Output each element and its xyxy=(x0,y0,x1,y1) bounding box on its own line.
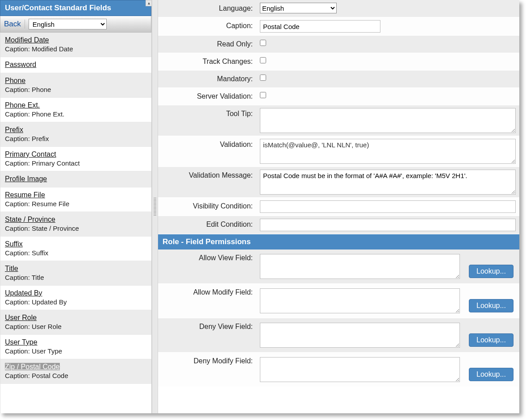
field-name: Suffix xyxy=(5,240,23,248)
edit-label: Edit Condition: xyxy=(158,216,256,234)
field-caption: Caption: User Type xyxy=(5,347,147,355)
field-item[interactable]: SuffixCaption: Suffix xyxy=(0,237,151,261)
field-name: Resume File xyxy=(5,191,45,199)
track-checkbox[interactable] xyxy=(260,57,266,63)
tooltip-label: Tool Tip: xyxy=(158,105,256,136)
field-caption: Caption: Updated By xyxy=(5,298,147,306)
field-name: Updated By xyxy=(5,289,42,297)
field-item[interactable]: Password xyxy=(0,57,151,73)
field-caption: Caption: Title xyxy=(5,274,147,281)
allow-view-lookup-button[interactable]: Lookup... xyxy=(469,265,513,278)
validation-msg-textarea[interactable] xyxy=(260,170,516,195)
field-item[interactable]: PrefixCaption: Prefix xyxy=(0,122,151,147)
field-item[interactable]: Resume FileCaption: Resume File xyxy=(0,187,151,212)
field-name: Prefix xyxy=(5,126,23,133)
main-panel: Language: English Caption: Read Only: Tr… xyxy=(158,0,519,413)
field-caption: Caption: Resume File xyxy=(5,200,147,208)
field-name: Phone xyxy=(5,77,25,84)
field-item[interactable]: Primary ContactCaption: Primary Contact xyxy=(0,147,151,171)
sidebar-title: User/Contact Standard Fields xyxy=(0,0,151,16)
allow-modify-lookup-button[interactable]: Lookup... xyxy=(469,299,513,312)
field-name: Modified Date xyxy=(5,36,49,44)
deny-modify-label: Deny Modify Field: xyxy=(158,353,256,387)
allow-modify-textarea[interactable] xyxy=(260,288,460,313)
language-label: Language: xyxy=(158,0,256,17)
server-label: Server Validation: xyxy=(158,88,256,105)
deny-view-label: Deny View Field: xyxy=(158,318,256,352)
field-name: State / Province xyxy=(5,216,55,223)
field-caption: Caption: Phone xyxy=(5,86,147,93)
field-caption: Caption: Phone Ext. xyxy=(5,110,147,118)
sidebar-language-select[interactable]: English xyxy=(29,19,107,29)
field-name: Primary Contact xyxy=(5,150,56,158)
field-caption: Caption: State / Province xyxy=(5,225,147,232)
language-select[interactable]: English xyxy=(260,3,337,13)
back-button[interactable]: Back xyxy=(4,20,25,29)
field-name: Phone Ext. xyxy=(5,101,40,109)
splitter[interactable] xyxy=(152,0,158,413)
splitter-handle-icon xyxy=(154,198,156,216)
field-name: Title xyxy=(5,265,18,272)
mandatory-label: Mandatory: xyxy=(158,71,256,87)
allow-view-textarea[interactable] xyxy=(260,254,460,279)
mandatory-checkbox[interactable] xyxy=(260,75,266,81)
field-item[interactable]: User RoleCaption: User Role xyxy=(0,310,151,335)
field-caption: Caption: User Role xyxy=(5,323,147,330)
scroll-up-icon[interactable]: ▴ xyxy=(146,0,152,6)
deny-view-textarea[interactable] xyxy=(260,323,460,348)
caption-input[interactable] xyxy=(260,20,380,33)
field-name: User Type xyxy=(5,338,38,346)
field-item[interactable]: State / ProvinceCaption: State / Provinc… xyxy=(0,212,151,237)
field-item[interactable]: PhoneCaption: Phone xyxy=(0,73,151,98)
permissions-header: Role - Field Permissions xyxy=(158,234,519,250)
field-caption: Caption: Prefix xyxy=(5,135,147,142)
caption-label: Caption: xyxy=(158,17,256,35)
allow-modify-label: Allow Modify Field: xyxy=(158,284,256,318)
field-caption: Caption: Postal Code xyxy=(5,372,147,379)
readonly-label: Read Only: xyxy=(158,36,256,53)
sidebar: User/Contact Standard Fields Back Englis… xyxy=(0,0,152,413)
field-name: User Role xyxy=(5,314,37,321)
field-item[interactable]: Phone Ext.Caption: Phone Ext. xyxy=(0,98,151,122)
field-item[interactable]: User TypeCaption: User Type xyxy=(0,335,151,359)
field-caption: Caption: Suffix xyxy=(5,249,147,257)
visibility-input[interactable] xyxy=(260,200,516,213)
field-name: Profile Image xyxy=(5,175,47,183)
field-caption: Caption: Primary Contact xyxy=(5,159,147,167)
deny-view-lookup-button[interactable]: Lookup... xyxy=(469,333,513,347)
validation-textarea[interactable]: isMatch(@value@, 'LNL NLN', true) xyxy=(260,139,516,164)
deny-modify-textarea[interactable] xyxy=(260,357,460,382)
field-list[interactable]: Modified DateCaption: Modified DatePassw… xyxy=(0,33,151,413)
track-label: Track Changes: xyxy=(158,53,256,70)
edit-input[interactable] xyxy=(260,219,516,231)
field-caption: Caption: Modified Date xyxy=(5,45,147,53)
allow-view-label: Allow View Field: xyxy=(158,250,256,283)
field-item[interactable]: Updated ByCaption: Updated By xyxy=(0,286,151,310)
field-item[interactable]: TitleCaption: Title xyxy=(0,261,151,286)
field-item[interactable]: Modified DateCaption: Modified Date xyxy=(0,33,151,57)
server-checkbox[interactable] xyxy=(260,92,266,98)
field-item[interactable]: Profile Image xyxy=(0,171,151,187)
validation-label: Validation: xyxy=(158,136,256,166)
sidebar-toolbar: Back English xyxy=(0,16,151,33)
deny-modify-lookup-button[interactable]: Lookup... xyxy=(469,368,513,381)
field-name: Zip / Postal Code xyxy=(5,363,60,370)
validation-msg-label: Validation Message: xyxy=(158,167,256,197)
field-name: Password xyxy=(5,61,36,68)
tooltip-textarea[interactable] xyxy=(260,108,516,133)
readonly-checkbox[interactable] xyxy=(260,40,266,46)
field-item[interactable]: Zip / Postal CodeCaption: Postal Code xyxy=(0,359,151,384)
visibility-label: Visibility Condition: xyxy=(158,198,256,216)
